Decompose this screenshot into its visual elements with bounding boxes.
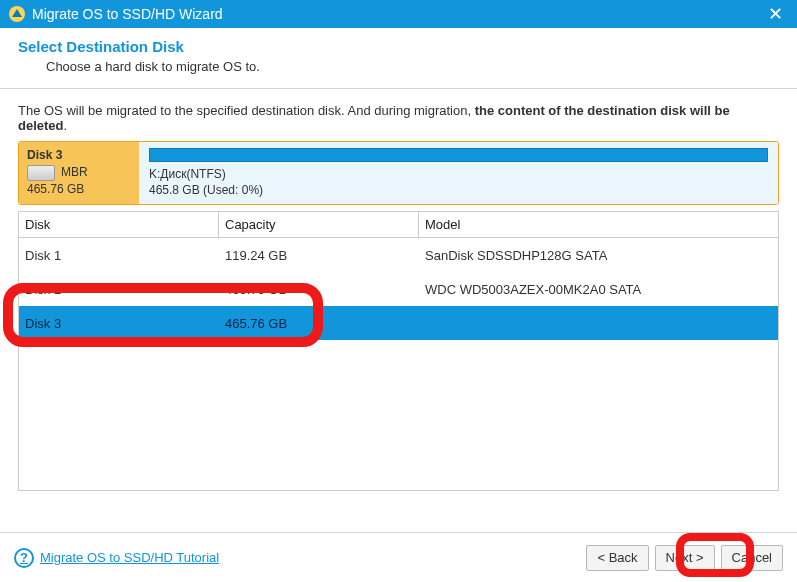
table-row[interactable]: Disk 1119.24 GBSanDisk SDSSDHP128G SATA: [19, 238, 778, 272]
selected-disk-scheme: MBR: [61, 165, 88, 179]
content-area: The OS will be migrated to the specified…: [0, 89, 797, 491]
partition-bar: [149, 148, 768, 162]
partition-label: K:Диск(NTFS): [149, 166, 768, 182]
cell-model: SanDisk SDSSDHP128G SATA: [419, 243, 778, 268]
cell-capacity: 119.24 GB: [219, 243, 419, 268]
selected-disk-summary: Disk 3 MBR 465.76 GB: [19, 142, 139, 204]
window-title: Migrate OS to SSD/HD Wizard: [32, 6, 223, 22]
cell-disk: Disk 2: [19, 277, 219, 302]
cell-model: [419, 318, 778, 328]
back-button[interactable]: < Back: [586, 545, 648, 571]
step-title: Select Destination Disk: [18, 38, 779, 55]
col-disk[interactable]: Disk: [19, 212, 219, 237]
titlebar: Migrate OS to SSD/HD Wizard ✕: [0, 0, 797, 28]
step-subtitle: Choose a hard disk to migrate OS to.: [46, 59, 779, 74]
cancel-button[interactable]: Cancel: [721, 545, 783, 571]
step-header: Select Destination Disk Choose a hard di…: [0, 28, 797, 89]
selected-disk-size: 465.76 GB: [27, 182, 131, 196]
disk-table: Disk Capacity Model Disk 1119.24 GBSanDi…: [18, 211, 779, 491]
footer: ? Migrate OS to SSD/HD Tutorial < Back N…: [0, 532, 797, 582]
table-header: Disk Capacity Model: [19, 211, 778, 238]
table-row[interactable]: Disk 2465.76 GBWDC WD5003AZEX-00MK2A0 SA…: [19, 272, 778, 306]
help-link[interactable]: ? Migrate OS to SSD/HD Tutorial: [14, 548, 219, 568]
partition-usage: 465.8 GB (Used: 0%): [149, 182, 768, 198]
cell-capacity: 465.76 GB: [219, 311, 419, 336]
help-label: Migrate OS to SSD/HD Tutorial: [40, 550, 219, 565]
cell-disk: Disk 1: [19, 243, 219, 268]
table-row[interactable]: Disk 3465.76 GB: [19, 306, 778, 340]
wizard-window: Migrate OS to SSD/HD Wizard ✕ Select Des…: [0, 0, 797, 582]
col-capacity[interactable]: Capacity: [219, 212, 419, 237]
warning-a: The OS will be migrated to the specified…: [18, 103, 475, 118]
cell-disk: Disk 3: [19, 311, 219, 336]
close-icon[interactable]: ✕: [762, 3, 789, 25]
warning-c: .: [64, 118, 68, 133]
selected-disk-partition: K:Диск(NTFS) 465.8 GB (Used: 0%): [139, 142, 778, 204]
selected-disk-name: Disk 3: [27, 148, 62, 162]
selected-disk-panel: Disk 3 MBR 465.76 GB K:Диск(NTFS) 465.8 …: [18, 141, 779, 205]
next-button[interactable]: Next >: [655, 545, 715, 571]
hdd-icon: [27, 165, 55, 181]
app-icon: [8, 5, 26, 23]
help-icon: ?: [14, 548, 34, 568]
col-model[interactable]: Model: [419, 212, 778, 237]
warning-text: The OS will be migrated to the specified…: [18, 103, 779, 133]
cell-model: WDC WD5003AZEX-00MK2A0 SATA: [419, 277, 778, 302]
table-body: Disk 1119.24 GBSanDisk SDSSDHP128G SATAD…: [19, 238, 778, 340]
cell-capacity: 465.76 GB: [219, 277, 419, 302]
